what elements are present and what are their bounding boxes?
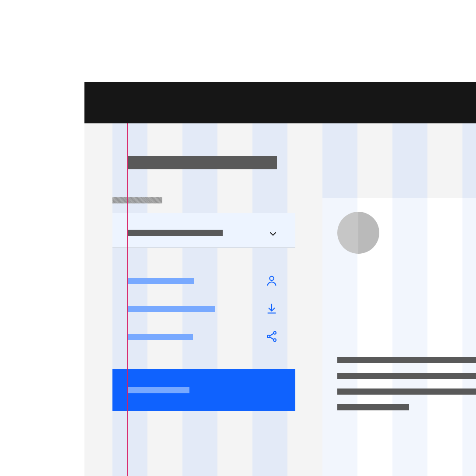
primary-button-label [128,387,189,393]
link-label [128,334,193,340]
svg-point-0 [270,276,273,280]
dropdown-value [128,230,223,236]
page-title [128,156,277,169]
action-link-share[interactable] [112,322,295,350]
avatar-placeholder [337,212,379,254]
design-canvas [84,82,476,476]
share-icon [266,330,278,343]
user-icon [266,274,278,287]
link-label [128,278,194,284]
paragraph-line [337,388,476,395]
download-icon [266,302,278,315]
action-link-download[interactable] [112,294,295,322]
paragraph-line [337,373,476,379]
content-tile [322,198,476,476]
chevron-down-icon [268,229,278,238]
top-nav-bar [84,82,476,123]
link-label [128,306,215,312]
primary-button[interactable] [112,369,295,411]
paragraph-line [337,357,476,363]
action-link-user[interactable] [112,266,295,294]
paragraph-line [337,404,409,410]
dropdown-field[interactable] [112,213,295,248]
page-subtitle [112,197,162,203]
alignment-guide-vertical [127,123,128,476]
